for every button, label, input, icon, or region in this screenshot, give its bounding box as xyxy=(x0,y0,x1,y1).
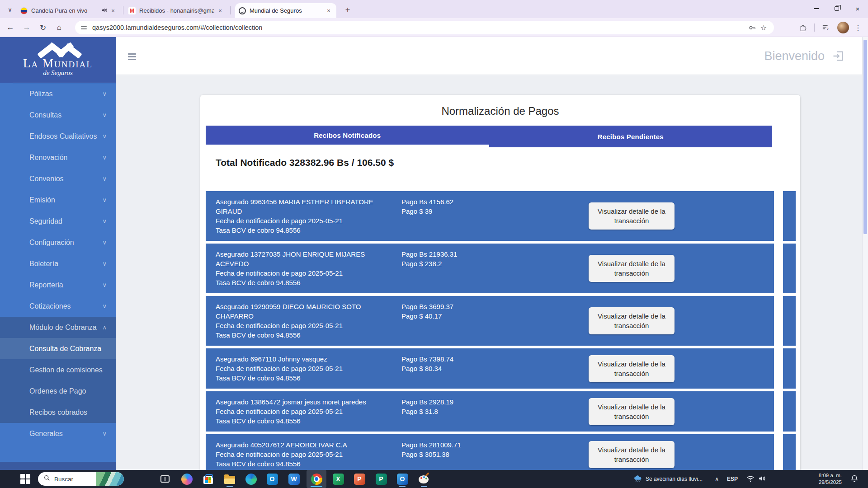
reload-icon[interactable]: ↻ xyxy=(36,21,50,34)
logo-title: La Mundial xyxy=(23,58,93,69)
forward-icon[interactable]: → xyxy=(20,21,33,34)
url-bar[interactable]: qasys2000.lamundialdeseguros.com/#/colle… xyxy=(75,21,774,34)
sidebar-item-seguridad[interactable]: Seguridad∨ xyxy=(0,211,116,232)
page-scrollbar[interactable] xyxy=(862,37,868,470)
sidebar-item-ordenes-pago[interactable]: Ordenes de Pago xyxy=(0,380,116,402)
sidebar-item-consultas[interactable]: Consultas∨ xyxy=(0,104,116,126)
restore-button[interactable] xyxy=(826,0,847,17)
sidebar-item-recibos-cobrados[interactable]: Recibos cobrados xyxy=(0,402,116,423)
view-transaction-button[interactable]: Visualizar detalle de la transacción xyxy=(589,202,675,230)
excel-button[interactable]: X xyxy=(328,470,348,488)
word-button[interactable]: W xyxy=(284,470,304,488)
sidebar-item-endosos[interactable]: Endosos Cualitativos∨ xyxy=(0,126,116,147)
sidebar-item-modulo-cobranza[interactable]: Módulo de Cobranza∧ xyxy=(0,317,116,338)
logout-icon[interactable] xyxy=(832,50,844,62)
paint-button[interactable] xyxy=(414,470,434,488)
profile-avatar[interactable] xyxy=(837,22,849,33)
notifications-bell-icon[interactable] xyxy=(851,475,858,484)
chevron-down-icon: ∨ xyxy=(102,260,107,267)
outlook-new-button[interactable]: O xyxy=(392,470,412,488)
view-transaction-button[interactable]: Visualizar detalle de la transacción xyxy=(589,307,675,334)
task-view-button[interactable] xyxy=(155,470,175,488)
separator xyxy=(814,23,815,32)
receipt-row: Asegurado 9963456 MARIA ESTHER LIBERATOR… xyxy=(206,191,796,241)
site-info-icon[interactable] xyxy=(80,24,88,31)
weather-widget[interactable]: Se avecinan días lluvi... xyxy=(633,470,703,488)
file-explorer-button[interactable] xyxy=(220,470,240,488)
sidebar-item-emision[interactable]: Emisión∨ xyxy=(0,189,116,211)
view-transaction-button[interactable]: Visualizar detalle de la transacción xyxy=(589,441,675,468)
sidebar-item-label: Emisión xyxy=(29,196,55,204)
close-window-button[interactable]: × xyxy=(847,0,868,17)
taskbar-search[interactable]: Buscar xyxy=(38,472,124,486)
sidebar-item-generales[interactable]: Generales∨ xyxy=(0,423,116,444)
password-key-icon[interactable] xyxy=(746,22,758,33)
pago-usd: Pago $ 80.34 xyxy=(401,364,528,373)
powerpoint-button[interactable]: P xyxy=(349,470,369,488)
taskbar: Buscar O W X P P O Se avecinan dí xyxy=(0,470,868,488)
chevron-down-icon: ∨ xyxy=(102,112,107,118)
view-transaction-button[interactable]: Visualizar detalle de la transacción xyxy=(589,255,675,282)
pago-bs: Pago Bs 4156.62 xyxy=(401,197,528,206)
receipt-amounts: Pago Bs 2928.19 Pago $ 31.8 xyxy=(401,397,528,426)
sidebar-item-boleteria[interactable]: Boletería∨ xyxy=(0,253,116,274)
close-icon[interactable]: × xyxy=(325,7,333,15)
copilot-button[interactable] xyxy=(177,470,197,488)
powerpoint-icon: P xyxy=(354,474,365,485)
tab-recibos-pendientes[interactable]: Recibos Pendientes xyxy=(489,126,773,147)
back-icon[interactable]: ← xyxy=(4,21,17,34)
running-indicator xyxy=(399,486,406,487)
welcome-area: Bienvenido xyxy=(764,37,844,75)
tab-gmail[interactable]: M Recibidos - honanairis@gmail.c × xyxy=(125,3,228,18)
language-indicator[interactable]: ESP xyxy=(727,470,738,488)
sidebar-item-convenios[interactable]: Convenios∨ xyxy=(0,168,116,189)
sidebar-item-consulta-cobranza[interactable]: Consulta de Cobranza xyxy=(0,338,116,359)
sidebar-item-reporteria[interactable]: Reporteria∨ xyxy=(0,274,116,296)
browser-navbar: ← → ↻ ⌂ qasys2000.lamundialdeseguros.com… xyxy=(0,18,868,37)
receipt-amounts: Pago Bs 4156.62 Pago $ 39 xyxy=(401,197,528,235)
sidebar-item-gestion-comisiones[interactable]: Gestion de comisiones xyxy=(0,359,116,380)
view-transaction-button[interactable]: Visualizar detalle de la transacción xyxy=(589,398,675,425)
edge-button[interactable] xyxy=(241,470,261,488)
tab-recibos-notificados[interactable]: Recibos Notificados xyxy=(206,126,489,147)
scrollbar-thumb[interactable] xyxy=(863,40,867,234)
sidebar-item-label: Módulo de Cobranza xyxy=(29,324,97,332)
close-icon[interactable]: × xyxy=(216,7,224,15)
sidebar-item-renovacion[interactable]: Renovación∨ xyxy=(0,147,116,168)
url-text[interactable]: qasys2000.lamundialdeseguros.com/#/colle… xyxy=(92,24,746,31)
browser-menu-icon[interactable]: ⋮ xyxy=(854,23,862,32)
tab-candela[interactable]: Candela Pura en vivo × xyxy=(17,3,121,18)
home-icon[interactable]: ⌂ xyxy=(52,21,66,34)
search-highlight-image[interactable] xyxy=(96,472,124,486)
asegurado-name: Asegurado 13727035 JHON ENRIQUE MIJARES … xyxy=(216,249,381,268)
volume-icon[interactable] xyxy=(759,475,766,483)
sidebar-item-polizas[interactable]: Pólizas∨ xyxy=(0,83,116,104)
sidebar-item-label: Consulta de Cobranza xyxy=(29,345,101,353)
view-transaction-button[interactable]: Visualizar detalle de la transacción xyxy=(589,355,675,382)
new-tab-button[interactable]: + xyxy=(342,4,354,16)
tab-mundial-active[interactable]: Mundial de Seguros × xyxy=(235,3,336,18)
tray-chevron-up-icon[interactable]: ∧ xyxy=(715,470,719,488)
store-button[interactable] xyxy=(198,470,218,488)
clock[interactable]: 8:09 a. m. 29/5/2025 xyxy=(819,470,842,488)
edge-icon xyxy=(245,474,257,485)
tab-title: Recibidos - honanairis@gmail.c xyxy=(139,7,214,14)
minimize-button[interactable] xyxy=(806,0,826,17)
publisher-button[interactable]: P xyxy=(371,470,391,488)
menu-icon[interactable] xyxy=(128,53,137,60)
extensions-icon[interactable] xyxy=(797,22,809,33)
sidebar-item-cotizaciones[interactable]: Cotizaciones∨ xyxy=(0,296,116,317)
bookmark-star-icon[interactable]: ☆ xyxy=(758,22,769,33)
receipt-amounts: Pago Bs 21936.31 Pago $ 238.2 xyxy=(401,249,528,287)
pago-usd: Pago $ 238.2 xyxy=(401,259,528,268)
outlook-classic-button[interactable]: O xyxy=(262,470,282,488)
media-controls-icon[interactable]: ♪ xyxy=(820,22,832,33)
tab-audio-icon[interactable] xyxy=(101,7,107,14)
network-icon[interactable] xyxy=(747,475,754,483)
windows-start-button[interactable] xyxy=(20,474,30,484)
close-icon[interactable]: × xyxy=(109,7,117,15)
tab-search-icon[interactable]: ∨ xyxy=(5,5,15,14)
sidebar-item-configuracion[interactable]: Configuración∨ xyxy=(0,232,116,253)
chrome-button-active[interactable] xyxy=(307,470,326,488)
excel-icon: X xyxy=(333,474,344,485)
